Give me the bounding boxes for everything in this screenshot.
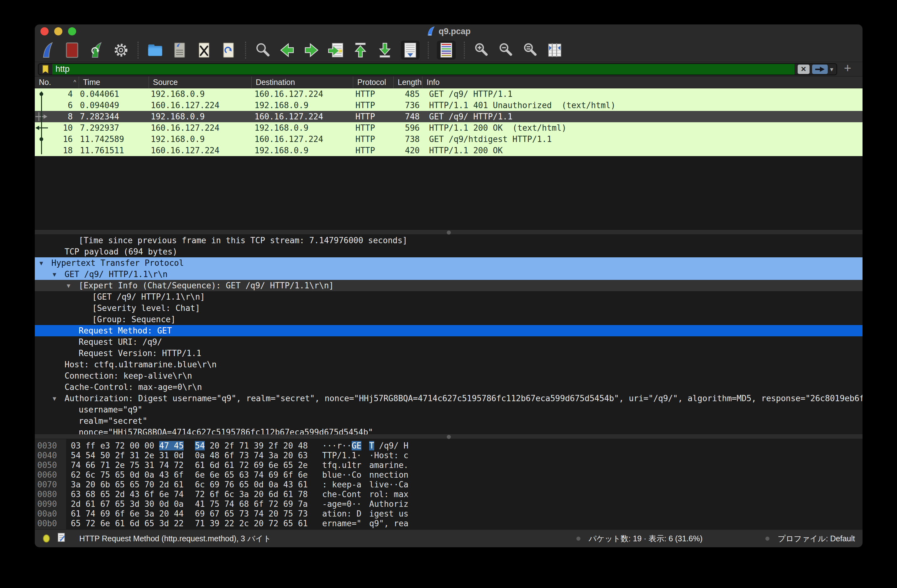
packet-list-empty-area — [35, 156, 863, 230]
detail-row[interactable]: nonce="HHj57RG8BQA=4714c627c5195786fc112… — [35, 427, 863, 435]
hex-selection: 54 — [195, 441, 205, 450]
hex-row-00b0[interactable]: 00b065 72 6e 61 6d 65 3d 2271 39 22 2c 2… — [35, 518, 863, 528]
filter-apply-button[interactable] — [812, 64, 828, 74]
hex-row-0080[interactable]: 008063 68 65 2d 43 6f 6e 7472 6f 6c 3a 2… — [35, 489, 863, 499]
zoom-window-button[interactable] — [68, 27, 76, 35]
reload-file-icon[interactable] — [220, 41, 237, 60]
toolbar-separator — [138, 42, 139, 59]
detail-row[interactable]: [GET /q9/ HTTP/1.1\r\n] — [35, 291, 863, 302]
open-file-icon[interactable] — [147, 41, 164, 60]
pane-splitter-top[interactable] — [35, 230, 863, 235]
save-file-icon[interactable] — [171, 41, 188, 60]
apply-arrow-icon — [815, 67, 825, 72]
detail-row-http[interactable]: ▼Hypertext Transfer Protocol — [35, 257, 863, 269]
packet-row-10[interactable]: 10 7.292937 160.16.127.224 192.168.0.9 H… — [35, 122, 863, 133]
filter-add-button[interactable]: + — [844, 61, 851, 75]
find-packet-icon[interactable] — [254, 41, 271, 60]
column-header-time[interactable]: Time — [79, 77, 149, 88]
status-bar: HTTP Request Method (http.request.method… — [35, 529, 863, 547]
hex-row-00a0[interactable]: 00a061 74 69 6f 6e 3a 20 4469 67 65 73 7… — [35, 509, 863, 518]
column-header-source[interactable]: Source — [149, 77, 252, 88]
packet-list: 4 0.044061 192.168.0.9 160.16.127.224 HT… — [35, 88, 863, 156]
packet-detail-pane: [Time since previous frame in this TCP s… — [35, 235, 863, 435]
go-forward-icon[interactable] — [303, 41, 320, 60]
display-filter-field[interactable]: http ✕ ▾ — [38, 63, 837, 75]
go-to-first-icon[interactable] — [352, 41, 369, 60]
expander-icon[interactable]: ▼ — [53, 271, 64, 278]
restart-capture-icon[interactable] — [88, 41, 105, 60]
packet-row-16[interactable]: 16 11.742589 192.168.0.9 160.16.127.224 … — [35, 133, 863, 145]
detail-row-expert-info[interactable]: ▼[Expert Info (Chat/Sequence): GET /q9/ … — [35, 280, 863, 291]
close-window-button[interactable] — [40, 27, 49, 35]
capture-options-icon[interactable] — [113, 41, 129, 60]
detail-row[interactable]: username="q9" — [35, 404, 863, 415]
ascii-selection: GE — [352, 441, 361, 450]
detail-row[interactable]: [Time since previous frame in this TCP s… — [35, 235, 863, 246]
hex-selection: 47 45 — [159, 441, 184, 450]
detail-row[interactable]: Request Version: HTTP/1.1 — [35, 348, 863, 359]
detail-row-authorization[interactable]: ▼Authorization: Digest username="q9", re… — [35, 393, 863, 404]
filter-clear-button[interactable]: ✕ — [798, 64, 810, 74]
expander-icon[interactable]: ▼ — [53, 395, 64, 402]
detail-row-request-method-selected[interactable]: Request Method: GET — [35, 325, 863, 336]
column-header-info[interactable]: Info — [422, 77, 863, 88]
wireshark-fin-icon — [427, 26, 435, 36]
column-header-destination[interactable]: Destination — [252, 77, 353, 88]
detail-row[interactable]: Cache-Control: max-age=0\r\n — [35, 381, 863, 393]
go-to-packet-icon[interactable] — [328, 41, 344, 60]
detail-row[interactable]: [Group: Sequence] — [35, 314, 863, 325]
detail-row[interactable]: [Severity level: Chat] — [35, 302, 863, 314]
zoom-original-icon[interactable] — [522, 41, 539, 60]
packet-list-header: No. ^ Time Source Destination Protocol L… — [35, 77, 863, 88]
detail-row[interactable]: Connection: keep-alive\r\n — [35, 370, 863, 381]
toolbar-separator — [245, 42, 246, 59]
detail-row[interactable]: realm="secret" — [35, 415, 863, 427]
main-toolbar — [35, 38, 863, 62]
detail-row[interactable]: Request URI: /q9/ — [35, 336, 863, 348]
detail-row[interactable]: Host: ctfq.u1tramarine.blue\r\n — [35, 359, 863, 370]
hex-row-0030[interactable]: 0030 03 ff e3 72 00 00 47 45 54 20 2f 71… — [35, 441, 863, 450]
packet-row-8-selected[interactable]: 8 7.282344 192.168.0.9 160.16.127.224 HT… — [35, 111, 863, 122]
hex-row-0070[interactable]: 00703a 20 6b 65 65 70 2d 616c 69 76 65 0… — [35, 479, 863, 489]
detail-row-request-line[interactable]: ▼GET /q9/ HTTP/1.1\r\n — [35, 269, 863, 280]
related-packets-line — [41, 92, 42, 154]
expander-icon[interactable]: ▼ — [40, 260, 51, 266]
wireshark-start-capture-icon[interactable] — [39, 41, 56, 60]
column-header-protocol[interactable]: Protocol — [353, 77, 393, 88]
capture-comment-icon[interactable] — [57, 533, 66, 544]
filter-input[interactable]: http — [52, 64, 794, 75]
go-to-last-icon[interactable] — [377, 41, 393, 60]
filter-dropdown-caret[interactable]: ▾ — [830, 66, 833, 73]
hex-dump-pane: 0030 03 ff e3 72 00 00 47 45 54 20 2f 71… — [35, 439, 863, 529]
hex-row-0090[interactable]: 00902d 61 67 65 3d 30 0d 0a41 75 74 68 6… — [35, 499, 863, 509]
column-header-no[interactable]: No. ^ — [35, 77, 79, 88]
minimize-window-button[interactable] — [54, 27, 62, 35]
close-file-icon[interactable] — [196, 41, 213, 60]
zoom-in-icon[interactable] — [473, 41, 490, 60]
status-field-info: HTTP Request Method (http.request.method… — [79, 533, 271, 544]
hex-row-0050[interactable]: 005074 66 71 2e 75 31 74 7261 6d 61 72 6… — [35, 460, 863, 470]
wireshark-window: q9.pcap — [34, 24, 863, 548]
window-title-group: q9.pcap — [427, 26, 470, 36]
hex-row-0040[interactable]: 004054 54 50 2f 31 2e 31 0d0a 48 6f 73 7… — [35, 450, 863, 460]
expert-info-indicator-icon[interactable] — [43, 534, 50, 542]
zoom-out-icon[interactable] — [497, 41, 514, 60]
status-profile[interactable]: プロファイル: Default — [765, 533, 855, 544]
go-back-icon[interactable] — [279, 41, 295, 60]
packet-row-6[interactable]: 6 0.094049 160.16.127.224 192.168.0.9 HT… — [35, 100, 863, 111]
filter-bookmark-button[interactable] — [38, 64, 52, 75]
colorize-packets-icon[interactable] — [437, 41, 456, 60]
detail-row[interactable]: TCP payload (694 bytes) — [35, 246, 863, 257]
packet-row-18[interactable]: 18 11.761511 160.16.127.224 192.168.0.9 … — [35, 145, 863, 156]
column-header-length[interactable]: Length — [393, 77, 422, 88]
ascii-selection: T — [369, 441, 374, 450]
packet-row-4[interactable]: 4 0.044061 192.168.0.9 160.16.127.224 HT… — [35, 88, 863, 100]
title-bar[interactable]: q9.pcap — [35, 24, 863, 38]
resize-columns-icon[interactable] — [546, 41, 563, 60]
pane-splitter-bottom[interactable] — [35, 435, 863, 439]
hex-row-0060[interactable]: 006062 6c 75 65 0d 0a 43 6f6e 6e 65 63 7… — [35, 470, 863, 479]
splitter-handle-icon — [447, 435, 451, 439]
auto-scroll-icon[interactable] — [401, 41, 419, 60]
stop-capture-icon[interactable] — [64, 41, 81, 60]
expander-icon[interactable]: ▼ — [67, 282, 79, 289]
